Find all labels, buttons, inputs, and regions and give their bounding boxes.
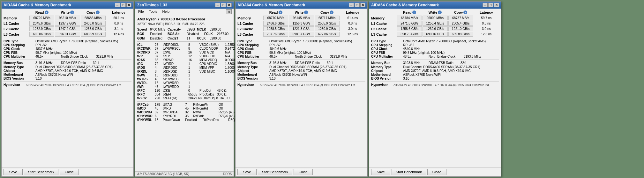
col-read-2: Read i	[263, 11, 288, 14]
close-button-1[interactable]: Close	[60, 169, 79, 175]
write-info-icon-2[interactable]: i	[304, 11, 308, 14]
maximize-btn-2[interactable]: □	[355, 3, 360, 7]
title-1: AIDA64 Cache & Memory Benchmark	[4, 3, 71, 7]
close-btn-2[interactable]: ✕	[360, 3, 365, 7]
l3-row-3: L3 Cache 698.75 GB/s 699.16 GB/s 689.88 …	[371, 32, 499, 37]
write-info-icon-3[interactable]: i	[438, 11, 442, 14]
aida-window-2: AIDA64 Cache & Memory Benchmark ─ □ ✕ Re…	[235, 1, 368, 177]
zen-maximize-btn[interactable]: □	[221, 3, 226, 7]
memory-read-1: 68729 MB/s	[29, 16, 54, 20]
cpu-info-2: CPU Type OctalCore AMD Ryzen 7 7800X3D (…	[237, 39, 365, 58]
cmd2t-val: 1T	[187, 37, 197, 40]
zen-status-bar: A2: F5-6800J3445G16G (16GB, SR) DDR5	[135, 171, 234, 176]
zen-close-btn[interactable]: ✕	[227, 3, 232, 7]
close-button-3[interactable]: Close	[427, 169, 446, 175]
uclk-lbl: UCLK	[197, 37, 210, 40]
mclk-lbl: MCLK	[197, 28, 210, 31]
speed-lbl: Speed	[137, 28, 150, 31]
bgs-lbl: BGS	[137, 32, 150, 36]
col-empty-1	[4, 11, 29, 14]
speed-val: 6400 MT/s	[150, 28, 168, 31]
minimize-btn-3[interactable]: ─	[483, 3, 488, 7]
cpu-type-row-1: CPU Type OctalCore AMD Ryzen 7 7800X3D (…	[4, 39, 131, 43]
l1-copy-1: 2433.0 GB/s	[81, 21, 106, 26]
read-info-icon-2[interactable]: i	[279, 11, 282, 14]
gdm-lbl: GDM	[137, 37, 150, 40]
l3-row-1: L3 Cache 696.06 GB/s 696.01 GB/s 683.59 …	[4, 32, 131, 37]
memory-label-1: Memory	[4, 16, 29, 20]
l2-label-1: L2 Cache	[4, 27, 29, 31]
capacity-val: 32GB	[187, 28, 197, 31]
l2-row-2: L2 Cache 1258.5 GB/s 1221.3 GB/s 1230.9 …	[237, 26, 365, 31]
l2-read-1: 1252.9 GB/s	[29, 26, 54, 31]
l1-row-1: L1 Cache 2345.6 GB/s 1237.9 GB/s 2433.0 …	[4, 21, 131, 26]
bgsalt-val: Disabled	[187, 32, 204, 36]
l2-row-1: L2 Cache 1252.9 GB/s 1247.2 GB/s 1235.6 …	[4, 26, 131, 31]
cpu-fsb-val-1: 99.7 MHz (original: 100 MHz)	[35, 51, 131, 54]
zen-window: ZenTimings 1.33 ─ □ ✕ File Tools Help ⊕ …	[135, 1, 234, 177]
mem-type-row-1: Memory Type Dual Channel DDR5-6400 SDRAM…	[4, 65, 131, 69]
maximize-btn-1[interactable]: □	[121, 3, 126, 7]
cpu-fsb-row-1: CPU FSB 99.7 MHz (original: 100 MHz)	[4, 51, 131, 54]
window-controls-3: ─ □ ✕	[483, 3, 499, 7]
zen-title: ZenTimings 1.33	[137, 3, 167, 7]
l2-write-1: 1247.2 GB/s	[55, 26, 80, 31]
cmd2t-lbl: Cmd2T	[168, 37, 187, 40]
divider-1	[4, 38, 131, 38]
title-bar-1: AIDA64 Cache & Memory Benchmark ─ □ ✕	[2, 2, 133, 9]
mobo-val-1: ASRock X870E Nova WiFi	[35, 73, 131, 76]
maximize-btn-3[interactable]: □	[488, 3, 493, 7]
mem-info-2: Memory Bus 3193.8 MHz DRAM:FSB Ratio 32:…	[237, 61, 365, 80]
l2-latency-1: 3.1 ns	[106, 27, 131, 31]
zen-menu-help[interactable]: Help	[161, 9, 170, 14]
mclk-val: 3200.00	[210, 28, 227, 31]
benchmark-button-1[interactable]: Start Benchmark	[24, 169, 58, 175]
memory-copy-1: 68686 MB/s	[81, 16, 106, 20]
divider-2	[4, 60, 131, 60]
l1-read-1: 2345.6 GB/s	[29, 21, 54, 26]
close-btn-3[interactable]: ✕	[494, 3, 499, 7]
column-headers-2: Read i Write i Copy i Latency	[237, 11, 365, 14]
zen-menu-tools[interactable]: Tools	[148, 9, 158, 14]
memory-latency-1: 60.1 ns	[106, 16, 131, 20]
copy-info-icon-3[interactable]: i	[463, 11, 467, 14]
col-latency-2: Latency	[340, 11, 365, 14]
nb-val-1: 3191.8 MHz	[96, 55, 131, 58]
l1-row-2: L1 Cache 2466.6 GB/s 1256.3 GB/s 2505.9 …	[237, 21, 365, 26]
zen-minimize-btn[interactable]: ─	[215, 3, 220, 7]
cpu-stepping-row-1: CPU Stepping RPL-B2	[4, 43, 131, 47]
cpu-clock-val-1: 4837.6 MHz	[35, 47, 131, 51]
zen-cpu-name: AMD Ryzen 7 7800X3D 8-Core Processor	[137, 17, 232, 21]
cpu-mult-val-1: 48.5x	[35, 55, 61, 58]
save-button-3[interactable]: Save	[371, 169, 390, 175]
read-info-icon-1[interactable]: i	[45, 11, 49, 14]
save-button-1[interactable]: Save	[4, 169, 23, 175]
copy-info-icon-2[interactable]: i	[330, 11, 333, 14]
mem-bus-val-1: 3191.8 MHz	[35, 61, 61, 65]
read-info-icon-3[interactable]: i	[412, 11, 416, 14]
close-button-2[interactable]: Close	[294, 169, 313, 175]
copy-info-icon-1[interactable]: i	[96, 11, 100, 14]
col-read-1: Read i	[29, 11, 55, 14]
mem-type-val-1: Dual Channel DDR5-6400 SDRAM (28-37-37-3…	[35, 65, 131, 69]
dram-ratio-1: 32:1	[93, 61, 131, 65]
memory-latency-2: 61.4 ns	[340, 16, 365, 20]
zen-menu-file[interactable]: File	[137, 9, 145, 14]
write-info-icon-1[interactable]: i	[70, 11, 74, 14]
title-bar-3: AIDA64 Cache & Memory Benchmark ─ □ ✕	[369, 2, 501, 9]
l1-label-1: L1 Cache	[4, 22, 29, 25]
zen-timings-section: tCL 28 tRDRDSCL 8 VSOC (SMU) 1.2350V tRC…	[137, 43, 232, 100]
hypervisor-row-2: Hypervisor AIDA64 v7.40.7100 / BenchDLL …	[237, 83, 365, 87]
minimize-btn-2[interactable]: ─	[349, 3, 354, 7]
benchmark-button-2[interactable]: Start Benchmark	[258, 169, 292, 175]
zen-mobo: X870E Nova WiFi | BIOS 3.10 | SMU 84.79.…	[137, 22, 232, 26]
zen-proc-section: tRFCsb 178 tSTAG 7 RttNomWr Off tMOD 45 …	[137, 103, 232, 122]
close-btn-1[interactable]: ✕	[126, 3, 131, 7]
col-copy-2: Copy i	[314, 11, 340, 14]
cpu-type-val-1: OctalCore AMD Ryzen 7 7800X3D (Raphael, …	[35, 39, 131, 43]
benchmark-button-3[interactable]: Start Benchmark	[392, 169, 426, 175]
zen-toolbar-icon[interactable]: ⊕	[226, 9, 232, 14]
zen-divider-1	[137, 41, 232, 42]
save-button-2[interactable]: Save	[237, 169, 257, 175]
minimize-btn-1[interactable]: ─	[115, 3, 120, 7]
